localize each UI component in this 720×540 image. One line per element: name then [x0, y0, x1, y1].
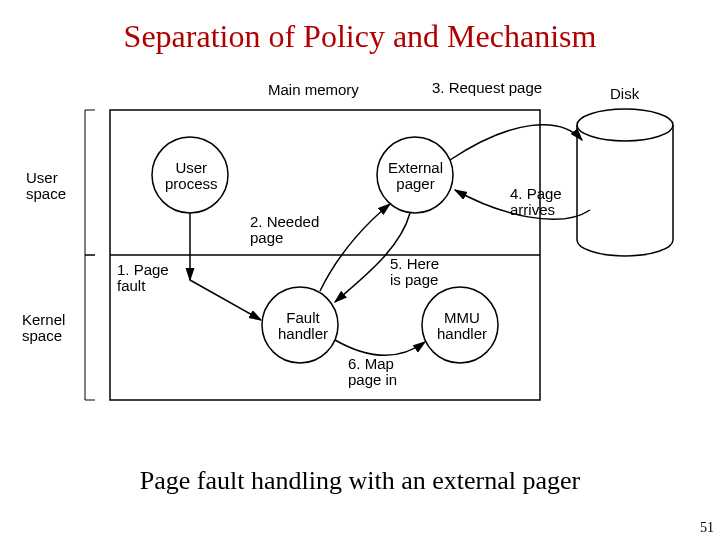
node-mmu-handler: MMU handler [437, 310, 487, 342]
svg-point-2 [577, 109, 673, 141]
label-main-memory: Main memory [268, 82, 359, 98]
step-6: 6. Map page in [348, 356, 397, 388]
label-kernel-space: Kernel space [22, 312, 65, 344]
step-1: 1. Page fault [117, 262, 169, 294]
step-4: 4. Page arrives [510, 186, 562, 218]
node-fault-handler: Fault handler [278, 310, 328, 342]
label-user-space: User space [26, 170, 66, 202]
step-3: 3. Request page [432, 80, 542, 96]
svg-line-8 [190, 280, 261, 320]
figure-caption: Page fault handling with an external pag… [0, 466, 720, 496]
node-user-process: User process [165, 160, 218, 192]
step-5: 5. Here is page [390, 256, 439, 288]
slide-title: Separation of Policy and Mechanism [0, 0, 720, 55]
diagram: Main memory Disk User space Kernel space… [0, 80, 720, 420]
label-disk: Disk [610, 86, 639, 102]
page-number: 51 [700, 520, 714, 536]
node-external-pager: External pager [388, 160, 443, 192]
step-2: 2. Needed page [250, 214, 319, 246]
